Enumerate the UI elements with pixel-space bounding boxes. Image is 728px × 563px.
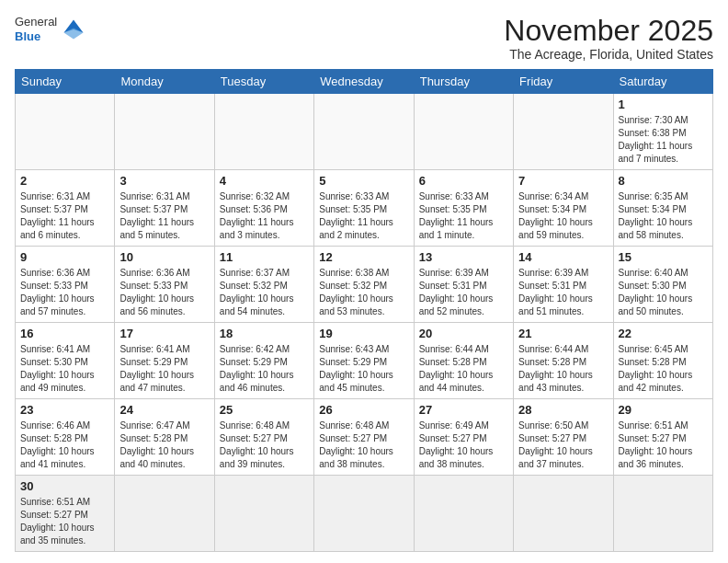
day-info: Sunrise: 6:36 AM Sunset: 5:33 PM Dayligh… bbox=[20, 267, 109, 318]
header-day-tuesday: Tuesday bbox=[214, 70, 313, 94]
calendar-cell: 20Sunrise: 6:44 AM Sunset: 5:28 PM Dayli… bbox=[414, 323, 513, 399]
calendar-cell: 17Sunrise: 6:41 AM Sunset: 5:29 PM Dayli… bbox=[115, 323, 214, 399]
month-title: November 2025 bbox=[504, 15, 713, 47]
day-info: Sunrise: 7:30 AM Sunset: 6:38 PM Dayligh… bbox=[619, 114, 708, 166]
title-block: November 2025 The Acreage, Florida, Unit… bbox=[504, 15, 713, 62]
day-number: 27 bbox=[419, 403, 508, 417]
calendar-cell: 5Sunrise: 6:33 AM Sunset: 5:35 PM Daylig… bbox=[314, 170, 414, 247]
week-row-2: 9Sunrise: 6:36 AM Sunset: 5:33 PM Daylig… bbox=[16, 247, 713, 323]
calendar-cell: 30Sunrise: 6:51 AM Sunset: 5:27 PM Dayli… bbox=[16, 476, 115, 552]
day-info: Sunrise: 6:33 AM Sunset: 5:35 PM Dayligh… bbox=[419, 190, 508, 242]
header: General Blue November 2025 The Acreage, … bbox=[15, 15, 713, 62]
day-number: 29 bbox=[619, 403, 708, 417]
day-number: 11 bbox=[220, 250, 309, 264]
day-number: 5 bbox=[319, 174, 408, 188]
calendar-cell: 27Sunrise: 6:49 AM Sunset: 5:27 PM Dayli… bbox=[414, 399, 513, 476]
day-number: 2 bbox=[20, 174, 109, 188]
calendar-cell: 18Sunrise: 6:42 AM Sunset: 5:29 PM Dayli… bbox=[214, 323, 313, 399]
calendar-cell: 1Sunrise: 7:30 AM Sunset: 6:38 PM Daylig… bbox=[613, 94, 712, 170]
calendar-cell: 29Sunrise: 6:51 AM Sunset: 5:27 PM Dayli… bbox=[613, 399, 712, 476]
day-number: 10 bbox=[119, 250, 209, 264]
calendar-cell bbox=[414, 476, 513, 552]
day-number: 24 bbox=[119, 403, 209, 417]
day-number: 25 bbox=[220, 403, 309, 417]
calendar-cell: 26Sunrise: 6:48 AM Sunset: 5:27 PM Dayli… bbox=[314, 399, 414, 476]
calendar-cell bbox=[613, 476, 712, 552]
calendar-cell: 14Sunrise: 6:39 AM Sunset: 5:31 PM Dayli… bbox=[514, 247, 613, 323]
calendar-cell: 12Sunrise: 6:38 AM Sunset: 5:32 PM Dayli… bbox=[314, 247, 414, 323]
calendar-cell: 3Sunrise: 6:31 AM Sunset: 5:37 PM Daylig… bbox=[115, 170, 214, 247]
calendar-cell: 19Sunrise: 6:43 AM Sunset: 5:29 PM Dayli… bbox=[314, 323, 414, 399]
day-info: Sunrise: 6:50 AM Sunset: 5:27 PM Dayligh… bbox=[518, 419, 608, 471]
header-day-friday: Friday bbox=[514, 70, 613, 94]
week-row-3: 16Sunrise: 6:41 AM Sunset: 5:30 PM Dayli… bbox=[16, 323, 713, 399]
calendar-cell bbox=[314, 94, 414, 170]
day-info: Sunrise: 6:44 AM Sunset: 5:28 PM Dayligh… bbox=[419, 343, 508, 395]
calendar-cell: 16Sunrise: 6:41 AM Sunset: 5:30 PM Dayli… bbox=[16, 323, 115, 399]
calendar-cell: 25Sunrise: 6:48 AM Sunset: 5:27 PM Dayli… bbox=[214, 399, 313, 476]
day-info: Sunrise: 6:36 AM Sunset: 5:33 PM Dayligh… bbox=[119, 267, 209, 318]
day-number: 8 bbox=[619, 174, 708, 188]
day-info: Sunrise: 6:40 AM Sunset: 5:30 PM Dayligh… bbox=[619, 267, 708, 318]
week-row-0: 1Sunrise: 7:30 AM Sunset: 6:38 PM Daylig… bbox=[16, 94, 713, 170]
day-info: Sunrise: 6:43 AM Sunset: 5:29 PM Dayligh… bbox=[319, 343, 408, 395]
calendar-cell bbox=[115, 476, 214, 552]
calendar-cell: 11Sunrise: 6:37 AM Sunset: 5:32 PM Dayli… bbox=[214, 247, 313, 323]
day-info: Sunrise: 6:46 AM Sunset: 5:28 PM Dayligh… bbox=[20, 419, 109, 471]
day-info: Sunrise: 6:51 AM Sunset: 5:27 PM Dayligh… bbox=[20, 496, 109, 547]
week-row-5: 30Sunrise: 6:51 AM Sunset: 5:27 PM Dayli… bbox=[16, 476, 713, 552]
day-number: 30 bbox=[20, 479, 109, 493]
day-info: Sunrise: 6:48 AM Sunset: 5:27 PM Dayligh… bbox=[319, 419, 408, 471]
calendar-table: SundayMondayTuesdayWednesdayThursdayFrid… bbox=[15, 69, 713, 552]
day-number: 3 bbox=[119, 174, 209, 188]
day-info: Sunrise: 6:31 AM Sunset: 5:37 PM Dayligh… bbox=[119, 190, 209, 242]
day-info: Sunrise: 6:48 AM Sunset: 5:27 PM Dayligh… bbox=[220, 419, 309, 471]
day-number: 13 bbox=[419, 250, 508, 264]
day-number: 9 bbox=[20, 250, 109, 264]
logo-general: General bbox=[15, 15, 57, 29]
calendar-cell: 6Sunrise: 6:33 AM Sunset: 5:35 PM Daylig… bbox=[414, 170, 513, 247]
calendar-cell: 28Sunrise: 6:50 AM Sunset: 5:27 PM Dayli… bbox=[514, 399, 613, 476]
day-info: Sunrise: 6:32 AM Sunset: 5:36 PM Dayligh… bbox=[220, 190, 309, 242]
day-number: 4 bbox=[220, 174, 309, 188]
day-number: 1 bbox=[619, 98, 708, 111]
day-number: 20 bbox=[419, 327, 508, 340]
calendar-cell bbox=[115, 94, 214, 170]
calendar-cell: 13Sunrise: 6:39 AM Sunset: 5:31 PM Dayli… bbox=[414, 247, 513, 323]
calendar-cell: 15Sunrise: 6:40 AM Sunset: 5:30 PM Dayli… bbox=[613, 247, 712, 323]
day-number: 14 bbox=[518, 250, 608, 264]
calendar-cell: 10Sunrise: 6:36 AM Sunset: 5:33 PM Dayli… bbox=[115, 247, 214, 323]
header-day-thursday: Thursday bbox=[414, 70, 513, 94]
day-info: Sunrise: 6:34 AM Sunset: 5:34 PM Dayligh… bbox=[518, 190, 608, 242]
day-number: 22 bbox=[619, 327, 708, 340]
day-info: Sunrise: 6:37 AM Sunset: 5:32 PM Dayligh… bbox=[220, 267, 309, 318]
day-info: Sunrise: 6:35 AM Sunset: 5:34 PM Dayligh… bbox=[619, 190, 708, 242]
header-day-sunday: Sunday bbox=[16, 70, 115, 94]
header-row: SundayMondayTuesdayWednesdayThursdayFrid… bbox=[16, 70, 713, 94]
day-info: Sunrise: 6:38 AM Sunset: 5:32 PM Dayligh… bbox=[319, 267, 408, 318]
header-day-wednesday: Wednesday bbox=[314, 70, 414, 94]
calendar-cell: 4Sunrise: 6:32 AM Sunset: 5:36 PM Daylig… bbox=[214, 170, 313, 247]
logo-bird-icon bbox=[61, 17, 86, 42]
subtitle: The Acreage, Florida, United States bbox=[504, 47, 713, 62]
day-info: Sunrise: 6:33 AM Sunset: 5:35 PM Dayligh… bbox=[319, 190, 408, 242]
calendar-cell: 21Sunrise: 6:44 AM Sunset: 5:28 PM Dayli… bbox=[514, 323, 613, 399]
logo-blue: Blue bbox=[15, 29, 57, 44]
day-number: 15 bbox=[619, 250, 708, 264]
day-number: 26 bbox=[319, 403, 408, 417]
calendar-cell: 8Sunrise: 6:35 AM Sunset: 5:34 PM Daylig… bbox=[613, 170, 712, 247]
calendar-cell: 23Sunrise: 6:46 AM Sunset: 5:28 PM Dayli… bbox=[16, 399, 115, 476]
calendar-body: 1Sunrise: 7:30 AM Sunset: 6:38 PM Daylig… bbox=[16, 94, 713, 552]
day-info: Sunrise: 6:51 AM Sunset: 5:27 PM Dayligh… bbox=[619, 419, 708, 471]
week-row-1: 2Sunrise: 6:31 AM Sunset: 5:37 PM Daylig… bbox=[16, 170, 713, 247]
calendar-cell: 2Sunrise: 6:31 AM Sunset: 5:37 PM Daylig… bbox=[16, 170, 115, 247]
day-info: Sunrise: 6:39 AM Sunset: 5:31 PM Dayligh… bbox=[518, 267, 608, 318]
calendar-cell bbox=[414, 94, 513, 170]
day-info: Sunrise: 6:45 AM Sunset: 5:28 PM Dayligh… bbox=[619, 343, 708, 395]
day-info: Sunrise: 6:39 AM Sunset: 5:31 PM Dayligh… bbox=[419, 267, 508, 318]
day-number: 7 bbox=[518, 174, 608, 188]
header-day-monday: Monday bbox=[115, 70, 214, 94]
calendar-cell: 7Sunrise: 6:34 AM Sunset: 5:34 PM Daylig… bbox=[514, 170, 613, 247]
day-number: 12 bbox=[319, 250, 408, 264]
logo: General Blue bbox=[15, 15, 86, 43]
